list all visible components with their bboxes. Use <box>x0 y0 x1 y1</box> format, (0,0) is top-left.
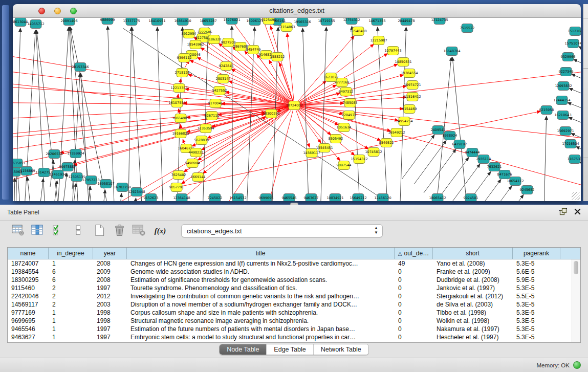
graph-node[interactable]: 17359924 <box>67 149 84 158</box>
graph-node[interactable]: 20449478 <box>398 18 415 26</box>
table-mode-button[interactable] <box>11 225 25 237</box>
citation-edge-black[interactable] <box>402 135 434 179</box>
table-vertical-scrollbar[interactable] <box>572 259 580 342</box>
graph-node[interactable]: 9152623 <box>144 194 159 202</box>
network-window-titlebar[interactable]: citations_edges.txt <box>13 4 581 18</box>
graph-node-selected[interactable]: 9097544 <box>337 161 352 170</box>
graph-node-selected[interactable]: 8186328 <box>207 35 222 44</box>
graph-node-selected[interactable]: 10745812 <box>365 148 382 157</box>
graph-node[interactable]: 13337175 <box>123 18 140 26</box>
graph-node-selected[interactable]: 8505492 <box>329 135 343 143</box>
graph-node[interactable]: 9699695 <box>259 194 274 202</box>
graph-node-selected[interactable]: 15154312 <box>351 155 367 164</box>
graph-node[interactable]: 10653287 <box>200 18 216 26</box>
citation-edge-black[interactable] <box>128 27 132 201</box>
citation-edge-black[interactable] <box>572 74 581 87</box>
function-builder-button[interactable]: f(x) <box>154 225 167 237</box>
graph-node-selected[interactable]: 19384554 <box>401 69 418 78</box>
graph-node-selected[interactable]: 2204977 <box>342 111 357 120</box>
graph-node[interactable]: 16154532 <box>229 194 246 202</box>
graph-node-selected[interactable]: 7625402 <box>171 171 186 180</box>
graph-node[interactable]: 16864910 <box>174 18 191 26</box>
graph-node-selected[interactable]: 14850831 <box>395 58 411 67</box>
graph-node[interactable]: 14635051 <box>13 159 26 168</box>
citation-edge-black[interactable] <box>569 89 581 101</box>
graph-node[interactable]: 18410951 <box>148 18 165 26</box>
citation-edge-red[interactable] <box>294 69 581 105</box>
memory-indicator-button[interactable] <box>573 361 581 369</box>
graph-node-selected[interactable]: 9154469 <box>402 105 417 114</box>
graph-node-selected[interactable]: 9857791 <box>169 183 184 192</box>
citation-edge-black[interactable] <box>574 59 581 72</box>
citation-edge-black[interactable] <box>40 179 43 201</box>
citation-edge-black[interactable] <box>544 116 547 201</box>
delete-table-button[interactable] <box>132 225 145 237</box>
graph-node[interactable]: 9245652 <box>520 186 535 194</box>
citation-edge-black[interactable] <box>132 27 143 201</box>
column-header-pagerank[interactable]: pagerank <box>513 248 560 259</box>
graph-node[interactable]: 8471676 <box>497 170 512 179</box>
citation-edge-red[interactable] <box>294 105 581 192</box>
graph-node[interactable]: 12456120 <box>374 194 391 202</box>
citation-edge-black[interactable] <box>414 141 446 184</box>
citation-edge-black[interactable] <box>579 47 581 59</box>
column-header-outde[interactable]: △out_de… <box>395 248 433 259</box>
graph-node[interactable]: 15692971 <box>557 127 574 136</box>
table-selector-dropdown[interactable]: citations_edges.txt ▲▼ <box>181 224 383 237</box>
graph-node-selected[interactable]: 9125494 <box>262 18 276 25</box>
graph-node[interactable]: 16648784 <box>443 47 460 56</box>
graph-node[interactable]: 8613044 <box>13 18 28 27</box>
graph-node[interactable]: 19565316 <box>294 18 311 27</box>
graph-node-selected[interactable]: 12215987 <box>370 36 387 45</box>
column-header-title[interactable]: title <box>127 248 395 259</box>
graph-node[interactable]: 12093832 <box>555 82 572 91</box>
table-row[interactable]: 911546021997Tourette syndrome. Phenomeno… <box>8 284 580 292</box>
graph-node[interactable]: 9924501 <box>464 194 478 202</box>
graph-node[interactable]: 12444154 <box>553 96 570 105</box>
graph-node-selected[interactable]: 5678835 <box>194 136 209 145</box>
graph-node-selected[interactable]: 11516412 <box>404 93 421 101</box>
column-header-short[interactable]: short <box>433 248 513 259</box>
graph-node[interactable]: 1167533 <box>568 155 581 164</box>
float-panel-button[interactable] <box>558 208 568 217</box>
graph-node[interactable]: 7245022 <box>208 194 223 202</box>
graph-node[interactable]: 8215958 <box>539 106 554 115</box>
unselect-all-button[interactable] <box>72 225 85 237</box>
graph-node-selected[interactable]: 6497312 <box>339 87 354 96</box>
citation-edge-black[interactable] <box>63 173 67 201</box>
graph-node-selected[interactable]: 16107554 <box>168 99 185 107</box>
graph-node-selected[interactable]: 5427552 <box>212 86 227 95</box>
network-graph-svg[interactable]: 8613044140557122089140698869991333717518… <box>13 18 581 201</box>
delete-columns-button[interactable] <box>113 225 126 237</box>
graph-node[interactable]: 9474444 <box>465 148 480 157</box>
graph-node[interactable]: 12754312 <box>343 18 360 25</box>
graph-node[interactable]: 8938924 <box>443 132 458 140</box>
show-columns-button[interactable] <box>31 225 44 237</box>
table-row[interactable]: 969969511998Structural magnetic resonanc… <box>8 317 580 325</box>
close-panel-button[interactable] <box>573 208 582 217</box>
table-row[interactable]: 1830029562008Estimation of significance … <box>8 276 580 284</box>
graph-node[interactable]: 18065412 <box>429 194 446 202</box>
graph-node[interactable]: 16210643 <box>554 111 571 120</box>
graph-node[interactable]: 15276021 <box>223 18 240 25</box>
citation-edge-black[interactable] <box>157 27 164 201</box>
network-view-canvas[interactable]: 8613044140557122089140698869991333717518… <box>13 18 581 201</box>
table-row[interactable]: 1938455462009Genome-wide association stu… <box>8 268 580 276</box>
graph-node-selected[interactable]: 10974721 <box>404 81 421 90</box>
graph-node-selected[interactable]: 14954754 <box>396 117 412 126</box>
graph-node[interactable]: 15649212 <box>350 194 366 202</box>
graph-node[interactable]: 9886999 <box>100 18 115 25</box>
graph-node-selected[interactable]: 2718126 <box>175 69 190 77</box>
column-header-indegree[interactable]: in_degree <box>49 248 93 259</box>
table-row[interactable]: 2242004622012Investigating the contribut… <box>8 292 580 300</box>
graph-node[interactable]: 15751074 <box>564 39 581 48</box>
graph-node[interactable]: 20891406 <box>60 18 77 26</box>
graph-node[interactable]: 7515522 <box>460 24 475 33</box>
graph-node[interactable]: 10719155 <box>318 18 335 26</box>
graph-node-selected[interactable]: 2803144 <box>216 75 231 83</box>
create-column-button[interactable] <box>93 225 106 237</box>
citation-edge-black[interactable] <box>27 177 33 201</box>
graph-node-selected[interactable]: 9170041 <box>208 99 223 108</box>
column-header-name[interactable]: name <box>8 248 49 259</box>
table-row[interactable]: 946554611997Estimation of the future num… <box>8 325 580 333</box>
